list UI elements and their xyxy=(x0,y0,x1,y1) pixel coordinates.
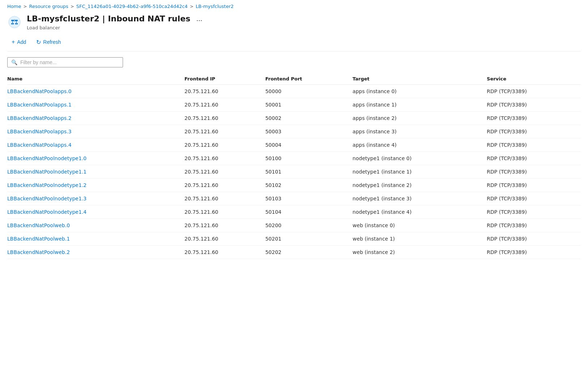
cell-frontend-ip: 20.75.121.60 xyxy=(185,125,265,138)
cell-name[interactable]: LBBackendNatPoolnodetype1.1 xyxy=(7,165,185,178)
table-header: Name Frontend IP Frontend Port Target Se… xyxy=(7,73,581,85)
cell-service: RDP (TCP/3389) xyxy=(487,218,581,232)
cell-target: web (instance 2) xyxy=(352,245,487,259)
cell-frontend-port: 50101 xyxy=(265,165,352,178)
nat-rules-table: Name Frontend IP Frontend Port Target Se… xyxy=(7,73,581,259)
cell-frontend-ip: 20.75.121.60 xyxy=(185,111,265,125)
breadcrumb-lb[interactable]: LB-mysfcluster2 xyxy=(196,4,234,9)
toolbar: + Add ↻ Refresh xyxy=(0,34,588,51)
cell-service: RDP (TCP/3389) xyxy=(487,138,581,151)
cell-service: RDP (TCP/3389) xyxy=(487,232,581,245)
cell-name[interactable]: LBBackendNatPoolapps.3 xyxy=(7,125,185,138)
refresh-button[interactable]: ↻ Refresh xyxy=(32,37,65,47)
cell-frontend-port: 50202 xyxy=(265,245,352,259)
title-block: LB-mysfcluster2 | Inbound NAT rules ··· … xyxy=(27,14,204,30)
table-row: LBBackendNatPoolnodetype1.420.75.121.605… xyxy=(7,205,581,218)
cell-service: RDP (TCP/3389) xyxy=(487,125,581,138)
cell-name[interactable]: LBBackendNatPoolapps.2 xyxy=(7,111,185,125)
cell-frontend-ip: 20.75.121.60 xyxy=(185,151,265,165)
page-header: LB-mysfcluster2 | Inbound NAT rules ··· … xyxy=(0,11,588,34)
col-frontend-ip: Frontend IP xyxy=(185,73,265,85)
table-row: LBBackendNatPoolnodetype1.220.75.121.605… xyxy=(7,178,581,192)
cell-service: RDP (TCP/3389) xyxy=(487,205,581,218)
svg-point-7 xyxy=(12,23,13,24)
cell-frontend-port: 50200 xyxy=(265,218,352,232)
cell-service: RDP (TCP/3389) xyxy=(487,151,581,165)
table-row: LBBackendNatPoolapps.420.75.121.6050004a… xyxy=(7,138,581,151)
resource-subtitle: Load balancer xyxy=(27,25,204,30)
cell-frontend-ip: 20.75.121.60 xyxy=(185,245,265,259)
cell-frontend-ip: 20.75.121.60 xyxy=(185,178,265,192)
filter-input[interactable] xyxy=(20,59,119,65)
cell-service: RDP (TCP/3389) xyxy=(487,98,581,111)
cell-name[interactable]: LBBackendNatPoolnodetype1.0 xyxy=(7,151,185,165)
table-row: LBBackendNatPoolnodetype1.320.75.121.605… xyxy=(7,192,581,205)
cell-target: nodetype1 (instance 1) xyxy=(352,165,487,178)
cell-frontend-port: 50102 xyxy=(265,178,352,192)
breadcrumb-subscription[interactable]: SFC_11426a01-4029-4b62-a9f6-510ca24d42c4 xyxy=(76,4,188,9)
cell-name[interactable]: LBBackendNatPoolnodetype1.2 xyxy=(7,178,185,192)
breadcrumb-resource-groups[interactable]: Resource groups xyxy=(29,4,68,9)
cell-target: apps (instance 4) xyxy=(352,138,487,151)
cell-name[interactable]: LBBackendNatPoolapps.0 xyxy=(7,84,185,98)
cell-name[interactable]: LBBackendNatPoolweb.0 xyxy=(7,218,185,232)
cell-frontend-port: 50104 xyxy=(265,205,352,218)
col-target: Target xyxy=(352,73,487,85)
cell-service: RDP (TCP/3389) xyxy=(487,84,581,98)
table-row: LBBackendNatPoolnodetype1.120.75.121.605… xyxy=(7,165,581,178)
filter-container[interactable]: 🔍 xyxy=(7,57,123,67)
cell-frontend-ip: 20.75.121.60 xyxy=(185,84,265,98)
cell-frontend-port: 50100 xyxy=(265,151,352,165)
cell-service: RDP (TCP/3389) xyxy=(487,111,581,125)
cell-target: web (instance 1) xyxy=(352,232,487,245)
page-title: LB-mysfcluster2 | Inbound NAT rules xyxy=(27,14,190,23)
table-row: LBBackendNatPoolweb.020.75.121.6050200we… xyxy=(7,218,581,232)
cell-name[interactable]: LBBackendNatPoolnodetype1.3 xyxy=(7,192,185,205)
add-label: Add xyxy=(17,39,26,45)
svg-point-0 xyxy=(9,16,20,28)
cell-frontend-port: 50201 xyxy=(265,232,352,245)
svg-point-8 xyxy=(16,23,17,24)
filter-search-icon: 🔍 xyxy=(11,59,17,65)
cell-target: nodetype1 (instance 0) xyxy=(352,151,487,165)
col-frontend-port: Frontend Port xyxy=(265,73,352,85)
cell-target: apps (instance 0) xyxy=(352,84,487,98)
cell-name[interactable]: LBBackendNatPoolapps.1 xyxy=(7,98,185,111)
cell-frontend-port: 50000 xyxy=(265,84,352,98)
table-row: LBBackendNatPoolnodetype1.020.75.121.605… xyxy=(7,151,581,165)
cell-frontend-ip: 20.75.121.60 xyxy=(185,232,265,245)
col-name: Name xyxy=(7,73,185,85)
breadcrumb-home[interactable]: Home xyxy=(7,4,21,9)
table-row: LBBackendNatPoolapps.120.75.121.6050001a… xyxy=(7,98,581,111)
refresh-icon: ↻ xyxy=(36,39,41,46)
table-row: LBBackendNatPoolapps.020.75.121.6050000a… xyxy=(7,84,581,98)
svg-point-6 xyxy=(14,20,15,21)
cell-frontend-ip: 20.75.121.60 xyxy=(185,98,265,111)
breadcrumb: Home > Resource groups > SFC_11426a01-40… xyxy=(0,0,588,11)
cell-service: RDP (TCP/3389) xyxy=(487,192,581,205)
table-body: LBBackendNatPoolapps.020.75.121.6050000a… xyxy=(7,84,581,259)
breadcrumb-chevron-2: > xyxy=(71,4,74,9)
cell-name[interactable]: LBBackendNatPoolnodetype1.4 xyxy=(7,205,185,218)
cell-name[interactable]: LBBackendNatPoolweb.1 xyxy=(7,232,185,245)
content-area: 🔍 Name Frontend IP Frontend Port Target … xyxy=(0,51,588,265)
breadcrumb-chevron-3: > xyxy=(190,4,194,9)
add-icon: + xyxy=(12,39,15,45)
cell-target: apps (instance 3) xyxy=(352,125,487,138)
cell-name[interactable]: LBBackendNatPoolapps.4 xyxy=(7,138,185,151)
cell-service: RDP (TCP/3389) xyxy=(487,245,581,259)
add-button[interactable]: + Add xyxy=(7,37,30,47)
more-options-button[interactable]: ··· xyxy=(195,16,204,24)
refresh-label: Refresh xyxy=(43,39,61,45)
cell-name[interactable]: LBBackendNatPoolweb.2 xyxy=(7,245,185,259)
resource-icon xyxy=(7,15,22,29)
cell-frontend-ip: 20.75.121.60 xyxy=(185,192,265,205)
cell-service: RDP (TCP/3389) xyxy=(487,178,581,192)
table-row: LBBackendNatPoolapps.220.75.121.6050002a… xyxy=(7,111,581,125)
breadcrumb-chevron-1: > xyxy=(23,4,27,9)
cell-target: nodetype1 (instance 2) xyxy=(352,178,487,192)
table-row: LBBackendNatPoolapps.320.75.121.6050003a… xyxy=(7,125,581,138)
cell-frontend-ip: 20.75.121.60 xyxy=(185,138,265,151)
cell-target: apps (instance 2) xyxy=(352,111,487,125)
cell-frontend-port: 50004 xyxy=(265,138,352,151)
